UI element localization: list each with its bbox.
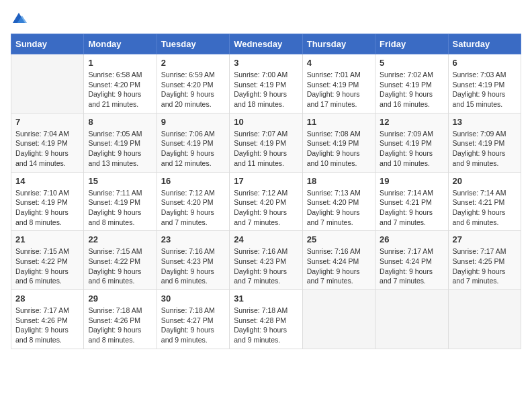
day-number: 8 [88,117,152,127]
calendar-cell [375,290,448,349]
calendar-cell: 21Sunrise: 7:15 AMSunset: 4:22 PMDayligh… [11,231,84,290]
calendar-week-row: 21Sunrise: 7:15 AMSunset: 4:22 PMDayligh… [11,231,521,290]
calendar-table: SundayMondayTuesdayWednesdayThursdayFrid… [11,34,521,349]
day-number: 25 [307,234,371,244]
day-info: Sunrise: 6:59 AMSunset: 4:20 PMDaylight:… [161,70,225,109]
calendar-cell: 5Sunrise: 7:02 AMSunset: 4:19 PMDaylight… [375,54,448,113]
day-info: Sunrise: 7:04 AMSunset: 4:19 PMDaylight:… [15,129,79,169]
calendar-cell: 18Sunrise: 7:13 AMSunset: 4:20 PMDayligh… [302,172,375,231]
day-number: 16 [161,176,225,186]
calendar-cell: 2Sunrise: 6:59 AMSunset: 4:20 PMDaylight… [157,54,229,113]
day-info: Sunrise: 7:14 AMSunset: 4:21 PMDaylight:… [453,188,517,228]
calendar-cell: 10Sunrise: 7:07 AMSunset: 4:19 PMDayligh… [230,113,302,172]
day-info: Sunrise: 7:12 AMSunset: 4:20 PMDaylight:… [234,188,298,228]
day-info: Sunrise: 7:11 AMSunset: 4:19 PMDaylight:… [88,188,152,228]
day-info: Sunrise: 7:17 AMSunset: 4:26 PMDaylight:… [15,306,79,345]
day-number: 12 [380,117,443,127]
calendar-cell: 26Sunrise: 7:17 AMSunset: 4:24 PMDayligh… [375,231,448,290]
day-info: Sunrise: 7:16 AMSunset: 4:23 PMDaylight:… [161,246,225,286]
calendar-cell: 9Sunrise: 7:06 AMSunset: 4:19 PMDaylight… [157,113,229,172]
day-info: Sunrise: 7:08 AMSunset: 4:19 PMDaylight:… [307,129,371,169]
day-number: 21 [15,234,79,244]
day-info: Sunrise: 7:13 AMSunset: 4:20 PMDaylight:… [307,188,371,228]
calendar-cell: 12Sunrise: 7:09 AMSunset: 4:19 PMDayligh… [375,113,448,172]
day-number: 29 [88,293,152,304]
day-number: 31 [234,293,298,304]
day-number: 18 [307,176,371,186]
day-info: Sunrise: 7:16 AMSunset: 4:23 PMDaylight:… [234,246,298,286]
calendar-cell: 6Sunrise: 7:03 AMSunset: 4:19 PMDaylight… [448,54,521,113]
logo-icon [11,11,27,27]
day-info: Sunrise: 7:14 AMSunset: 4:21 PMDaylight:… [380,188,443,228]
day-number: 9 [161,117,225,127]
calendar-cell: 24Sunrise: 7:16 AMSunset: 4:23 PMDayligh… [230,231,302,290]
day-info: Sunrise: 7:03 AMSunset: 4:19 PMDaylight:… [453,70,517,109]
day-number: 14 [15,176,79,186]
day-number: 10 [234,117,298,127]
calendar-cell: 28Sunrise: 7:17 AMSunset: 4:26 PMDayligh… [11,290,84,349]
day-info: Sunrise: 7:18 AMSunset: 4:27 PMDaylight:… [161,306,225,345]
day-number: 20 [453,176,517,186]
day-number: 4 [307,58,371,68]
day-number: 28 [15,293,79,304]
calendar-cell: 3Sunrise: 7:00 AMSunset: 4:19 PMDaylight… [230,54,302,113]
calendar-cell: 14Sunrise: 7:10 AMSunset: 4:19 PMDayligh… [11,172,84,231]
calendar-cell [448,290,521,349]
day-info: Sunrise: 7:15 AMSunset: 4:22 PMDaylight:… [88,246,152,286]
calendar-cell: 23Sunrise: 7:16 AMSunset: 4:23 PMDayligh… [157,231,229,290]
day-number: 1 [88,58,152,68]
day-info: Sunrise: 7:16 AMSunset: 4:24 PMDaylight:… [307,246,371,286]
calendar-cell: 27Sunrise: 7:17 AMSunset: 4:25 PMDayligh… [448,231,521,290]
day-number: 11 [307,117,371,127]
calendar-cell [302,290,375,349]
day-info: Sunrise: 7:01 AMSunset: 4:19 PMDaylight:… [307,70,371,109]
calendar-cell: 19Sunrise: 7:14 AMSunset: 4:21 PMDayligh… [375,172,448,231]
day-info: Sunrise: 7:17 AMSunset: 4:25 PMDaylight:… [453,246,517,286]
day-number: 13 [453,117,517,127]
day-number: 27 [453,234,517,244]
calendar-cell: 11Sunrise: 7:08 AMSunset: 4:19 PMDayligh… [302,113,375,172]
day-number: 30 [161,293,225,304]
calendar-cell: 1Sunrise: 6:58 AMSunset: 4:20 PMDaylight… [84,54,157,113]
calendar-week-row: 28Sunrise: 7:17 AMSunset: 4:26 PMDayligh… [11,290,521,349]
calendar-cell: 15Sunrise: 7:11 AMSunset: 4:19 PMDayligh… [84,172,157,231]
day-info: Sunrise: 7:15 AMSunset: 4:22 PMDaylight:… [15,246,79,286]
day-header-monday: Monday [84,34,157,54]
day-info: Sunrise: 7:18 AMSunset: 4:28 PMDaylight:… [234,306,298,345]
day-header-sunday: Sunday [11,34,84,54]
calendar-cell [11,54,84,113]
day-info: Sunrise: 7:12 AMSunset: 4:20 PMDaylight:… [161,188,225,228]
calendar-cell: 16Sunrise: 7:12 AMSunset: 4:20 PMDayligh… [157,172,229,231]
calendar-week-row: 14Sunrise: 7:10 AMSunset: 4:19 PMDayligh… [11,172,521,231]
day-info: Sunrise: 7:06 AMSunset: 4:19 PMDaylight:… [161,129,225,169]
day-header-thursday: Thursday [302,34,375,54]
day-number: 26 [380,234,443,244]
page-header [11,11,521,27]
day-number: 5 [380,58,443,68]
calendar-cell: 7Sunrise: 7:04 AMSunset: 4:19 PMDaylight… [11,113,84,172]
day-number: 6 [453,58,517,68]
logo [11,11,30,27]
day-info: Sunrise: 7:10 AMSunset: 4:19 PMDaylight:… [15,188,79,228]
day-number: 15 [88,176,152,186]
day-number: 7 [15,117,79,127]
day-info: Sunrise: 7:00 AMSunset: 4:19 PMDaylight:… [234,70,298,109]
day-info: Sunrise: 7:05 AMSunset: 4:19 PMDaylight:… [88,129,152,169]
day-number: 3 [234,58,298,68]
day-number: 2 [161,58,225,68]
calendar-cell: 20Sunrise: 7:14 AMSunset: 4:21 PMDayligh… [448,172,521,231]
calendar-cell: 25Sunrise: 7:16 AMSunset: 4:24 PMDayligh… [302,231,375,290]
day-header-saturday: Saturday [448,34,521,54]
calendar-cell: 29Sunrise: 7:18 AMSunset: 4:26 PMDayligh… [84,290,157,349]
day-number: 24 [234,234,298,244]
calendar-header-row: SundayMondayTuesdayWednesdayThursdayFrid… [11,34,521,54]
calendar-week-row: 7Sunrise: 7:04 AMSunset: 4:19 PMDaylight… [11,113,521,172]
calendar-cell: 22Sunrise: 7:15 AMSunset: 4:22 PMDayligh… [84,231,157,290]
day-number: 22 [88,234,152,244]
day-header-wednesday: Wednesday [230,34,302,54]
day-info: Sunrise: 7:09 AMSunset: 4:19 PMDaylight:… [453,129,517,169]
day-info: Sunrise: 7:09 AMSunset: 4:19 PMDaylight:… [380,129,443,169]
day-info: Sunrise: 7:07 AMSunset: 4:19 PMDaylight:… [234,129,298,169]
calendar-cell: 17Sunrise: 7:12 AMSunset: 4:20 PMDayligh… [230,172,302,231]
day-info: Sunrise: 6:58 AMSunset: 4:20 PMDaylight:… [88,70,152,109]
